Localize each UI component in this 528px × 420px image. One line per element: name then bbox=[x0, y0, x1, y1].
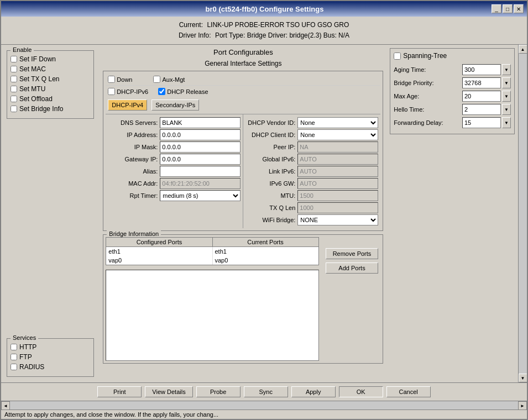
peer-ip-input[interactable] bbox=[297, 141, 378, 153]
set-mac-checkbox[interactable] bbox=[11, 66, 17, 72]
dhcp-ipv6-checkbox[interactable] bbox=[108, 88, 115, 95]
left-panel: Enable Set IF Down Set MAC Set TX Q Len … bbox=[1, 45, 100, 382]
dhcp-ipv6-item[interactable]: DHCP-IPv6 bbox=[108, 88, 148, 95]
center-panel: Port Configurables General Interface Set… bbox=[100, 45, 386, 382]
current-port-eth1: eth1 bbox=[213, 247, 318, 256]
mtu-input[interactable] bbox=[297, 190, 378, 201]
ip-address-label: IP Address: bbox=[108, 132, 158, 138]
dhcp-release-checkbox[interactable] bbox=[158, 88, 165, 95]
ip-mask-input[interactable] bbox=[160, 141, 241, 153]
aging-time-arrow[interactable]: ▼ bbox=[502, 64, 511, 75]
dhcp-client-id-label: DHCP Client ID: bbox=[245, 132, 295, 138]
remove-ports-button[interactable]: Remove Ports bbox=[326, 248, 379, 259]
wifi-bridge-label: WiFi Bridge: bbox=[245, 217, 295, 223]
max-age-input[interactable] bbox=[462, 91, 501, 102]
enable-set-offload[interactable]: Set Offload bbox=[11, 95, 90, 103]
ipv6-gw-input[interactable] bbox=[297, 178, 378, 189]
sync-button[interactable]: Sync bbox=[244, 386, 288, 397]
dhcp-release-item[interactable]: DHCP Release bbox=[158, 88, 208, 95]
service-radius[interactable]: RADIUS bbox=[11, 363, 90, 371]
aux-mgt-item[interactable]: Aux-Mgt bbox=[153, 76, 185, 83]
cancel-button[interactable]: Cancel bbox=[386, 386, 431, 397]
spanning-tree-checkbox-row[interactable]: Spanning-Tree bbox=[394, 52, 511, 60]
view-details-button[interactable]: View Details bbox=[145, 386, 192, 397]
scroll-up-button[interactable]: ▲ bbox=[519, 45, 527, 54]
enable-set-mac[interactable]: Set MAC bbox=[11, 65, 90, 73]
max-age-input-wrap: ▼ bbox=[462, 91, 511, 102]
main-window: br0 (ct524-ffb0) Configure Settings _ □ … bbox=[0, 0, 528, 420]
bridge-info-textarea[interactable] bbox=[106, 270, 318, 361]
bridge-priority-label: Bridge Priority: bbox=[394, 80, 454, 86]
minimize-button[interactable]: _ bbox=[492, 4, 501, 13]
bridge-priority-row: Bridge Priority: ▼ bbox=[394, 77, 511, 88]
radius-checkbox[interactable] bbox=[11, 364, 17, 370]
enable-set-bridge-info[interactable]: Set Bridge Info bbox=[11, 105, 90, 113]
spanning-tree-checkbox[interactable] bbox=[394, 53, 401, 60]
service-ftp[interactable]: FTP bbox=[11, 353, 90, 361]
forwarding-delay-input[interactable] bbox=[462, 117, 501, 128]
ip-address-row: IP Address: bbox=[108, 129, 241, 141]
set-bridge-info-checkbox[interactable] bbox=[11, 106, 17, 112]
add-ports-button[interactable]: Add Ports bbox=[326, 262, 379, 274]
radius-label: RADIUS bbox=[19, 363, 44, 371]
ftp-checkbox[interactable] bbox=[11, 354, 17, 360]
set-if-down-checkbox[interactable] bbox=[11, 56, 17, 62]
scroll-down-button[interactable]: ▼ bbox=[519, 374, 527, 382]
down-checkbox-item[interactable]: Down bbox=[108, 76, 132, 83]
dhcp-ipv4-button[interactable]: DHCP-IPv4 bbox=[108, 99, 147, 111]
hello-time-input[interactable] bbox=[462, 104, 501, 115]
service-http[interactable]: HTTP bbox=[11, 343, 90, 351]
set-tx-q-len-checkbox[interactable] bbox=[11, 76, 17, 82]
enable-set-tx-q-len[interactable]: Set TX Q Len bbox=[11, 75, 90, 83]
aux-mgt-label: Aux-Mgt bbox=[162, 76, 185, 83]
scroll-track[interactable] bbox=[519, 54, 527, 374]
alias-input[interactable] bbox=[160, 166, 241, 177]
gateway-ip-input[interactable] bbox=[160, 154, 241, 165]
global-ipv6-input[interactable] bbox=[297, 154, 378, 165]
right-panel: Spanning-Tree Aging Time: ▼ Bridge Prior… bbox=[386, 45, 518, 382]
forwarding-delay-label: Forwarding Delay: bbox=[394, 119, 454, 126]
vertical-scrollbar[interactable]: ▲ ▼ bbox=[518, 45, 527, 382]
tx-q-len-input[interactable] bbox=[297, 202, 378, 213]
dns-servers-label: DNS Servers: bbox=[108, 119, 158, 126]
wifi-bridge-select[interactable]: NONE bbox=[297, 214, 378, 225]
set-offload-checkbox[interactable] bbox=[11, 96, 17, 102]
maximize-button[interactable]: □ bbox=[503, 4, 513, 13]
max-age-arrow[interactable]: ▼ bbox=[502, 91, 511, 102]
close-button[interactable]: ✕ bbox=[514, 4, 524, 13]
link-ipv6-input[interactable] bbox=[297, 166, 378, 177]
aux-mgt-checkbox[interactable] bbox=[153, 76, 160, 83]
ip-address-input[interactable] bbox=[160, 129, 241, 140]
probe-button[interactable]: Probe bbox=[196, 386, 241, 397]
set-mtu-checkbox[interactable] bbox=[11, 86, 17, 92]
ok-button[interactable]: OK bbox=[339, 386, 383, 397]
http-checkbox[interactable] bbox=[11, 344, 17, 350]
dhcp-ipv4-row: DHCP-IPv4 Secondary-IPs bbox=[106, 98, 380, 112]
dhcp-client-id-select[interactable]: None bbox=[297, 129, 378, 140]
aging-time-input[interactable] bbox=[462, 64, 501, 75]
apply-button[interactable]: Apply bbox=[291, 386, 336, 397]
dhcp-vendor-id-select[interactable]: None bbox=[297, 117, 378, 128]
scroll-left-button[interactable]: ◄ bbox=[1, 401, 10, 410]
bridge-priority-input[interactable] bbox=[462, 77, 501, 88]
secondary-ips-button[interactable]: Secondary-IPs bbox=[151, 99, 199, 111]
dns-servers-input[interactable]: BLANK bbox=[160, 117, 241, 128]
bridge-info-section: Bridge Information Configured Ports Curr… bbox=[103, 234, 383, 364]
services-group: Services HTTP FTP RADIUS bbox=[7, 338, 94, 377]
down-checkbox[interactable] bbox=[108, 76, 115, 83]
enable-set-mtu[interactable]: Set MTU bbox=[11, 85, 90, 93]
mac-addr-input[interactable] bbox=[160, 178, 241, 189]
enable-set-if-down[interactable]: Set IF Down bbox=[11, 55, 90, 63]
hello-time-arrow[interactable]: ▼ bbox=[502, 104, 511, 115]
ip-mask-row: IP Mask: bbox=[108, 141, 241, 153]
print-button[interactable]: Print bbox=[97, 386, 142, 397]
scroll-right-button[interactable]: ► bbox=[518, 401, 527, 410]
bottom-buttons-bar: Print View Details Probe Sync Apply OK C… bbox=[1, 382, 527, 401]
rpt-timer-select[interactable]: medium (8 s) fast (2 s) slow (30 s) bbox=[160, 190, 241, 201]
tx-q-len-row: TX Q Len bbox=[245, 202, 378, 214]
forwarding-delay-arrow[interactable]: ▼ bbox=[502, 117, 511, 128]
bridge-priority-arrow[interactable]: ▼ bbox=[502, 77, 511, 88]
spanning-tree-label: Spanning-Tree bbox=[403, 52, 447, 60]
main-body: Enable Set IF Down Set MAC Set TX Q Len … bbox=[1, 45, 527, 382]
h-scroll-track[interactable] bbox=[10, 401, 518, 410]
